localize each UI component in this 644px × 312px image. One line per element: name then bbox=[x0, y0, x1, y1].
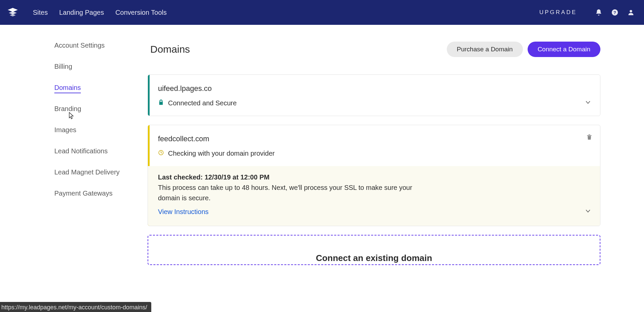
domain-status: Connected and Secure bbox=[158, 99, 590, 107]
domain-card: uifeed.lpages.co Connected and Secure bbox=[148, 74, 600, 116]
domain-name: uifeed.lpages.co bbox=[158, 84, 590, 93]
svg-point-5 bbox=[630, 10, 632, 12]
domain-card: feedcollect.com Checking with your domai… bbox=[148, 125, 600, 226]
sidebar-item-lead-notifications[interactable]: Lead Notifications bbox=[54, 147, 148, 155]
domain-status: Checking with your domain provider bbox=[158, 149, 590, 157]
sidebar-item-lead-magnet-delivery[interactable]: Lead Magnet Delivery bbox=[54, 168, 148, 176]
last-checked: Last checked: 12/30/19 at 12:00 PM bbox=[158, 173, 590, 181]
svg-marker-0 bbox=[8, 8, 18, 12]
connect-domain-button[interactable]: Connect a Domain bbox=[528, 42, 600, 57]
content-wrap: Account Settings Billing Domains Brandin… bbox=[0, 25, 644, 265]
purchase-domain-button[interactable]: Purchase a Domain bbox=[447, 42, 523, 57]
page-header: Domains Purchase a Domain Connect a Doma… bbox=[148, 42, 600, 57]
account-icon[interactable] bbox=[627, 9, 635, 16]
sidebar-item-payment-gateways[interactable]: Payment Gateways bbox=[54, 190, 148, 197]
sidebar-item-branding[interactable]: Branding bbox=[54, 105, 148, 113]
delete-domain-button[interactable] bbox=[586, 133, 593, 142]
svg-text:?: ? bbox=[613, 10, 616, 15]
details-description: This process can take up to 48 hours. Ne… bbox=[158, 183, 420, 203]
leadpages-logo-icon[interactable] bbox=[7, 6, 19, 18]
view-instructions-link[interactable]: View Instructions bbox=[158, 208, 209, 216]
sidebar-item-billing[interactable]: Billing bbox=[54, 63, 148, 70]
sidebar: Account Settings Billing Domains Brandin… bbox=[0, 42, 148, 265]
connect-box-title: Connect an existing domain bbox=[158, 253, 590, 263]
clock-icon bbox=[158, 149, 164, 157]
sidebar-item-images[interactable]: Images bbox=[54, 126, 148, 134]
expand-toggle[interactable] bbox=[585, 99, 591, 107]
domain-name: feedcollect.com bbox=[158, 135, 590, 143]
page-title: Domains bbox=[148, 44, 447, 55]
connect-existing-domain-box[interactable]: Connect an existing domain bbox=[148, 235, 600, 265]
status-text: Checking with your domain provider bbox=[168, 150, 275, 157]
help-icon[interactable]: ? bbox=[611, 9, 619, 16]
topnav: Sites Landing Pages Conversion Tools bbox=[33, 9, 167, 16]
expand-toggle[interactable] bbox=[585, 208, 591, 216]
browser-status-url: https://my.leadpages.net/my-account/cust… bbox=[0, 302, 151, 312]
upgrade-link[interactable]: UPGRADE bbox=[539, 9, 577, 16]
domain-details: Last checked: 12/30/19 at 12:00 PM This … bbox=[148, 166, 600, 226]
svg-marker-2 bbox=[10, 14, 16, 17]
main: Domains Purchase a Domain Connect a Doma… bbox=[148, 42, 644, 265]
sidebar-item-domains[interactable]: Domains bbox=[54, 84, 148, 92]
nav-landing-pages[interactable]: Landing Pages bbox=[59, 9, 104, 16]
sidebar-item-account-settings[interactable]: Account Settings bbox=[54, 42, 148, 49]
nav-sites[interactable]: Sites bbox=[33, 9, 48, 16]
notifications-icon[interactable] bbox=[595, 9, 602, 16]
status-text: Connected and Secure bbox=[168, 99, 237, 107]
nav-conversion-tools[interactable]: Conversion Tools bbox=[115, 9, 167, 16]
topbar: Sites Landing Pages Conversion Tools UPG… bbox=[0, 0, 644, 25]
lock-icon bbox=[158, 99, 164, 107]
